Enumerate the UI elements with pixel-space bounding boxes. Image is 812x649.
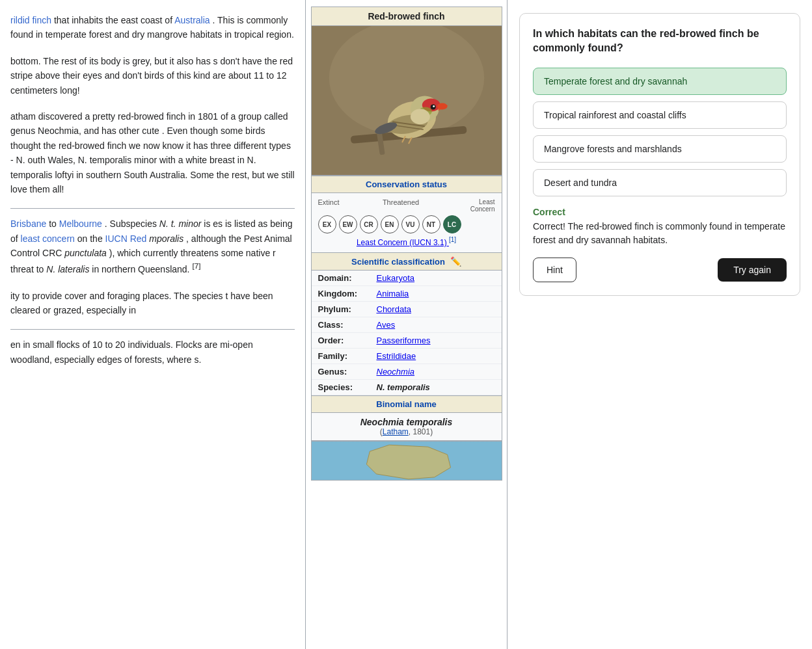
rildid-finch-link[interactable]: rildid finch	[10, 15, 51, 25]
conservation-header: Conservation status	[312, 176, 502, 193]
order-link[interactable]: Passeriformes	[377, 336, 431, 345]
family-link[interactable]: Estrildidae	[377, 351, 416, 361]
sci-row-class: Class: Aves	[312, 317, 502, 333]
edit-icon[interactable]: ✏️	[450, 256, 461, 267]
infobox-title: Red-browed finch	[312, 7, 502, 26]
iucn-nt-badge: NT	[422, 215, 440, 233]
iucn-ew-badge: EW	[339, 215, 357, 233]
map-svg	[312, 442, 502, 481]
article-text-panel: rildid finch that inhabits the east coas…	[0, 0, 306, 649]
sci-row-family: Family: Estrildidae	[312, 349, 502, 364]
quiz-option-2[interactable]: Tropical rainforest and coastal cliffs	[533, 101, 787, 129]
try-again-button[interactable]: Try again	[718, 258, 787, 282]
conservation-body: Extinct Threatened Least Concern EX EW C…	[312, 193, 502, 253]
threatened-label: Threatened	[383, 198, 419, 213]
quiz-option-4[interactable]: Desert and tundra	[533, 169, 787, 196]
class-link[interactable]: Aves	[377, 320, 396, 330]
svg-point-15	[410, 109, 429, 124]
quiz-option-1[interactable]: Temperate forest and dry savannah	[533, 68, 787, 95]
iucn-labels-row: Extinct Threatened Least Concern	[318, 198, 495, 213]
iucn-red-link[interactable]: IUCN Red	[105, 233, 147, 244]
quiz-option-3[interactable]: Mangrove forests and marshlands	[533, 135, 787, 163]
least-concern-scale-label: Least Concern	[463, 198, 495, 213]
quiz-panel: In which habitats can the red-browed fin…	[508, 0, 812, 649]
article-paragraph-4: Brisbane to Melbourne . Subspecies N. t.…	[10, 217, 295, 276]
infobox: Red-browed finch	[311, 7, 502, 481]
sci-row-genus: Genus: Neochmia	[312, 364, 502, 380]
quiz-feedback: Correct Correct! The red-browed finch is…	[533, 207, 787, 247]
iucn-lc-text: Least Concern (IUCN 3.1) [1]	[318, 236, 495, 247]
iucn-categories: EX EW CR EN VU NT LC	[318, 215, 495, 233]
infobox-panel: Red-browed finch	[306, 0, 508, 649]
australia-link[interactable]: Australia	[174, 15, 210, 25]
quiz-actions: Hint Try again	[533, 258, 787, 282]
divider-1	[10, 208, 295, 209]
sci-row-kingdom: Kingdom: Animalia	[312, 286, 502, 302]
iucn-en-badge: EN	[381, 215, 399, 233]
iucn-cr-badge: CR	[360, 215, 378, 233]
divider-2	[10, 329, 295, 330]
binomial-name-text: Neochmia temporalis	[314, 417, 499, 427]
bird-image	[312, 26, 502, 176]
iucn-lc-badge: LC	[443, 215, 461, 233]
feedback-label: Correct	[533, 207, 787, 217]
binomial-author-text: (Latham, 1801)	[314, 427, 499, 436]
article-paragraph-1: rildid finch that inhabits the east coas…	[10, 13, 295, 42]
iucn-3-1-link[interactable]: (IUCN 3.1)	[409, 238, 449, 247]
genus-link[interactable]: Neochmia	[377, 367, 415, 377]
sci-row-domain: Domain: Eukaryota	[312, 271, 502, 286]
brisbane-link[interactable]: Brisbane	[10, 219, 46, 229]
least-concern-iucn-link[interactable]: Least Concern	[357, 238, 409, 247]
quiz-card: In which habitats can the red-browed fin…	[519, 13, 800, 296]
scientific-classification-table: Domain: Eukaryota Kingdom: Animalia Phyl…	[312, 271, 502, 395]
sci-row-order: Order: Passeriformes	[312, 333, 502, 349]
article-paragraph-2: bottom. The rest of its body is grey, bu…	[10, 54, 295, 98]
least-concern-link[interactable]: least concern	[21, 233, 75, 244]
article-paragraph-5: ity to provide cover and foraging places…	[10, 289, 295, 318]
kingdom-link[interactable]: Animalia	[377, 289, 409, 298]
sci-row-species: Species: N. temporalis	[312, 380, 502, 395]
domain-link[interactable]: Eukaryota	[377, 273, 415, 283]
feedback-text: Correct! The red-browed finch is commonl…	[533, 220, 787, 247]
hint-button[interactable]: Hint	[533, 258, 576, 282]
extinct-label: Extinct	[318, 198, 340, 213]
latham-link[interactable]: Latham	[383, 427, 409, 436]
melbourne-link[interactable]: Melbourne	[59, 219, 102, 229]
iucn-ex-badge: EX	[318, 215, 336, 233]
binomial-name-header: Binomial name	[312, 395, 502, 413]
scientific-classification-header: Scientific classification ✏️	[312, 253, 502, 271]
sci-row-phylum: Phylum: Chordata	[312, 302, 502, 317]
iucn-vu-badge: VU	[401, 215, 420, 233]
binomial-name-body: Neochmia temporalis (Latham, 1801)	[312, 413, 502, 441]
bird-illustration	[312, 26, 502, 175]
svg-point-18	[437, 103, 447, 109]
svg-point-13	[433, 105, 435, 107]
article-paragraph-6: en in small flocks of 10 to 20 individua…	[10, 338, 295, 367]
distribution-map	[312, 441, 502, 480]
phylum-link[interactable]: Chordata	[377, 304, 411, 314]
quiz-options: Temperate forest and dry savannah Tropic…	[533, 68, 787, 196]
article-paragraph-3: atham discovered a pretty red-browed fin…	[10, 109, 295, 196]
quiz-question: In which habitats can the red-browed fin…	[533, 27, 787, 56]
